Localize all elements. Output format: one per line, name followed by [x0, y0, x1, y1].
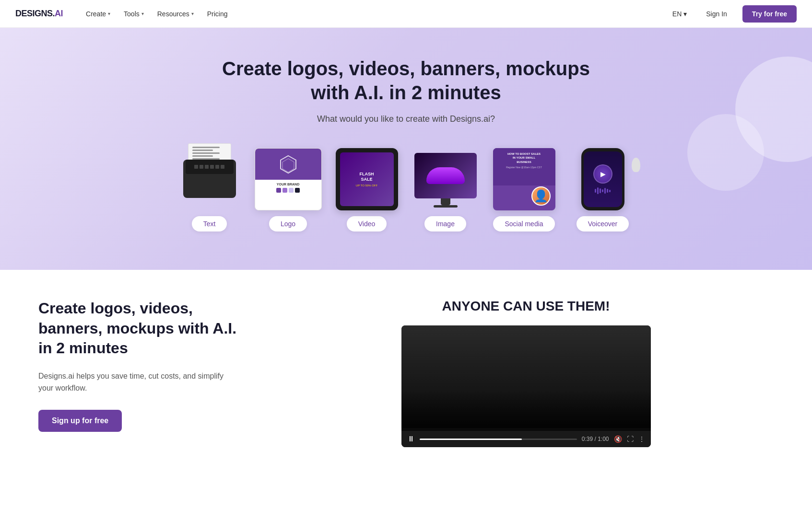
right-content: ANYONE CAN USE THEM! ⏸ 0:39 / 1:00 🔇 ⛶ ⋮ — [278, 299, 774, 447]
tool-text-label: Text — [192, 216, 227, 231]
navbar: DESIGNS.AI Create ▾ Tools ▾ Resources ▾ … — [0, 0, 812, 28]
tool-social-label: Social media — [493, 216, 554, 231]
video-controls: ⏸ 0:39 / 1:00 🔇 ⛶ ⋮ — [401, 431, 651, 447]
hero-subtitle: What would you like to create with Desig… — [19, 114, 793, 124]
video-pause-button[interactable]: ⏸ — [407, 435, 415, 443]
nav-resources[interactable]: Resources ▾ — [152, 6, 200, 22]
chevron-down-icon: ▾ — [683, 10, 687, 18]
sign-in-button[interactable]: Sign In — [698, 6, 735, 22]
nav-links: Create ▾ Tools ▾ Resources ▾ Pricing — [80, 6, 669, 22]
main-section: Create logos, videos, banners, mockups w… — [0, 270, 812, 476]
tool-logo[interactable]: YOUR BRAND Logo — [255, 148, 322, 231]
left-content: Create logos, videos, banners, mockups w… — [38, 299, 240, 432]
try-for-free-button[interactable]: Try for free — [742, 5, 797, 23]
language-selector[interactable]: EN ▾ — [669, 7, 691, 21]
chevron-down-icon: ▾ — [108, 11, 110, 16]
airpod-icon — [632, 158, 640, 172]
tool-social-media[interactable]: HOW TO BOOST SALESIN YOUR SMALLBUSINESS … — [491, 148, 558, 231]
logo-text: DESIGNS.AI — [15, 9, 63, 19]
tool-logo-label: Logo — [269, 216, 307, 231]
nav-create[interactable]: Create ▾ — [80, 6, 116, 22]
content-description: Designs.ai helps you save time, cut cost… — [38, 370, 240, 394]
tool-voiceover[interactable]: ▶ Voiceover — [569, 148, 636, 231]
tool-image[interactable]: Image — [412, 153, 479, 231]
svg-marker-1 — [282, 159, 294, 172]
fullscreen-icon[interactable]: ⛶ — [627, 435, 634, 443]
chevron-down-icon: ▾ — [141, 11, 144, 16]
volume-icon[interactable]: 🔇 — [614, 435, 622, 443]
tool-image-label: Image — [424, 216, 466, 231]
tool-video-label: Video — [347, 216, 387, 231]
video-progress-fill — [420, 439, 522, 440]
tool-video[interactable]: FLASHSALE UP TO 50% OFF Video — [333, 148, 400, 231]
hexagon-icon — [278, 154, 299, 175]
video-progress-bar[interactable] — [420, 439, 577, 440]
tools-row: Text YOUR BRAND — [19, 148, 793, 231]
chevron-down-icon: ▾ — [191, 11, 194, 16]
anyone-title: ANYONE CAN USE THEM! — [442, 299, 610, 314]
video-timestamp: 0:39 / 1:00 — [582, 436, 609, 442]
video-player: ⏸ 0:39 / 1:00 🔇 ⛶ ⋮ — [401, 325, 651, 447]
nav-tools[interactable]: Tools ▾ — [118, 6, 150, 22]
nav-right: EN ▾ Sign In Try for free — [669, 5, 797, 23]
video-screen — [401, 325, 651, 431]
content-title: Create logos, videos, banners, mockups w… — [38, 299, 240, 359]
typewriter-image — [176, 158, 243, 210]
more-options-icon[interactable]: ⋮ — [638, 435, 645, 443]
tool-voiceover-label: Voiceover — [577, 216, 629, 231]
hero-section: Create logos, videos, banners, mockups w… — [0, 28, 812, 270]
svg-marker-0 — [281, 156, 296, 173]
signup-button[interactable]: Sign up for free — [38, 410, 122, 432]
hero-title: Create logos, videos, banners, mockups w… — [219, 57, 593, 104]
logo[interactable]: DESIGNS.AI — [15, 9, 63, 19]
tool-text[interactable]: Text — [176, 158, 243, 231]
nav-pricing[interactable]: Pricing — [201, 6, 234, 22]
